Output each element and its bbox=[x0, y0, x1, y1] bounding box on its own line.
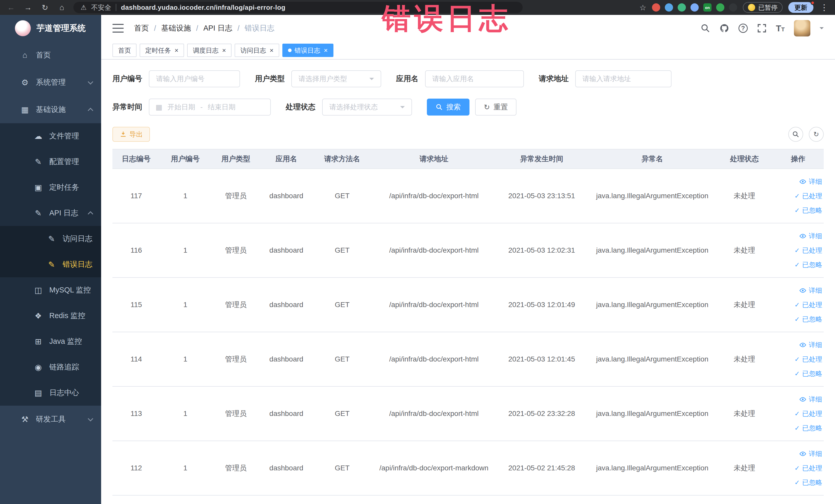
mark-ignored-link[interactable]: ✓已忽略 bbox=[775, 258, 822, 272]
detail-link[interactable]: 详细 bbox=[775, 229, 822, 243]
tab-close-icon[interactable]: × bbox=[222, 47, 226, 54]
avatar-caret-icon[interactable] bbox=[820, 27, 824, 31]
sidebar-item-dev-tools[interactable]: ⚒ 研发工具 bbox=[0, 406, 101, 433]
filter-process-status: 处理状态 请选择处理状态 bbox=[286, 99, 412, 116]
app-logo bbox=[15, 20, 31, 36]
bookmark-star-icon[interactable]: ☆ bbox=[639, 3, 646, 12]
search-toggle-button[interactable] bbox=[788, 127, 803, 142]
detail-link[interactable]: 详细 bbox=[775, 174, 822, 189]
sidebar-item-scheduled-tasks[interactable]: ▣ 定时任务 bbox=[0, 175, 101, 200]
cell-status: 未处理 bbox=[716, 223, 773, 278]
tab-scheduled-tasks[interactable]: 定时任务 × bbox=[140, 44, 184, 57]
tab-label: 访问日志 bbox=[240, 46, 266, 55]
select-placeholder: 请选择用户类型 bbox=[299, 74, 347, 83]
mark-ignored-link[interactable]: ✓已忽略 bbox=[775, 475, 822, 490]
cell-user-type: 管理员 bbox=[210, 332, 261, 386]
breadcrumb-item[interactable]: API 日志 bbox=[203, 23, 232, 33]
extension-icon-plug[interactable] bbox=[729, 3, 737, 12]
browser-menu-icon[interactable]: ⋮ bbox=[819, 3, 829, 12]
extension-icon-vue[interactable] bbox=[678, 3, 686, 12]
forward-icon[interactable]: → bbox=[23, 3, 33, 12]
mark-processed-link[interactable]: ✓已处理 bbox=[775, 189, 822, 203]
home-icon[interactable]: ⌂ bbox=[57, 3, 67, 12]
tab-close-icon[interactable]: × bbox=[175, 47, 178, 54]
mark-ignored-link[interactable]: ✓已忽略 bbox=[775, 366, 822, 381]
breadcrumb-item[interactable]: 首页 bbox=[134, 23, 149, 33]
fullscreen-icon[interactable] bbox=[757, 23, 767, 33]
table-row: 116 1 管理员 dashboard GET /api/infra/db-do… bbox=[113, 223, 824, 278]
user-type-select[interactable]: 请选择用户类型 bbox=[291, 70, 381, 87]
mark-processed-link[interactable]: ✓已处理 bbox=[775, 298, 822, 312]
cell-log-id: 112 bbox=[113, 441, 160, 495]
column-header: 请求方法名 bbox=[312, 149, 373, 169]
user-avatar[interactable] bbox=[794, 20, 810, 37]
paused-badge[interactable]: 已暂停 bbox=[743, 2, 782, 13]
help-icon[interactable]: ? bbox=[738, 24, 748, 33]
select-placeholder: 请选择处理状态 bbox=[329, 102, 378, 112]
active-tab-dot bbox=[288, 48, 291, 52]
detail-link[interactable]: 详细 bbox=[775, 283, 822, 298]
font-size-icon[interactable]: TT bbox=[776, 24, 785, 33]
process-status-select[interactable]: 请选择处理状态 bbox=[322, 99, 412, 116]
mark-ignored-link[interactable]: ✓已忽略 bbox=[775, 421, 822, 435]
cell-app-name: dashboard bbox=[261, 169, 312, 223]
reload-icon[interactable]: ↻ bbox=[40, 3, 50, 12]
tab-schedule-log[interactable]: 调度日志 × bbox=[187, 44, 231, 57]
sidebar-item-infrastructure[interactable]: ▦ 基础设施 bbox=[0, 96, 101, 123]
app-name-input[interactable] bbox=[425, 70, 524, 87]
cell-user-id: 1 bbox=[160, 223, 211, 278]
table-row: 112 1 管理员 dashboard GET /api/infra/db-do… bbox=[113, 441, 824, 495]
user-id-input[interactable] bbox=[149, 70, 240, 87]
date-range-picker[interactable]: ▦ 开始日期 - 结束日期 bbox=[149, 99, 271, 116]
tab-error-log[interactable]: 错误日志 × bbox=[282, 44, 333, 57]
breadcrumb-item[interactable]: 基础设施 bbox=[161, 23, 191, 33]
sidebar-item-log-center[interactable]: ▤ 日志中心 bbox=[0, 380, 101, 406]
export-button[interactable]: 导出 bbox=[113, 127, 150, 142]
cell-actions: 详细 ✓已处理 ✓已忽略 bbox=[772, 441, 824, 495]
sidebar-logo-row[interactable]: 芋道管理系统 bbox=[0, 15, 101, 42]
extension-icon-leaf[interactable] bbox=[716, 3, 725, 12]
tab-label: 定时任务 bbox=[145, 46, 171, 55]
extension-icon-on-badge[interactable]: on bbox=[703, 3, 712, 12]
mark-ignored-link[interactable]: ✓已忽略 bbox=[775, 312, 822, 326]
tab-close-icon[interactable]: × bbox=[324, 47, 328, 54]
sidebar-item-system-management[interactable]: ⚙ 系统管理 bbox=[0, 69, 101, 96]
sidebar-item-file-management[interactable]: ☁ 文件管理 bbox=[0, 123, 101, 149]
tab-close-icon[interactable]: × bbox=[269, 47, 273, 54]
extension-icon-red[interactable] bbox=[652, 3, 660, 12]
detail-link[interactable]: 详细 bbox=[775, 392, 822, 406]
paused-label: 已暂停 bbox=[758, 3, 777, 12]
sidebar-item-mysql-monitor[interactable]: ◫ MySQL 监控 bbox=[0, 277, 101, 303]
detail-link[interactable]: 详细 bbox=[775, 446, 822, 461]
refresh-button[interactable]: ↻ bbox=[809, 127, 824, 142]
sidebar-item-tracing[interactable]: ◉ 链路追踪 bbox=[0, 354, 101, 380]
api-logs-icon: ✎ bbox=[33, 208, 44, 218]
mark-ignored-link[interactable]: ✓已忽略 bbox=[775, 203, 822, 218]
address-bar[interactable]: ⚠ 不安全 dashboard.yudao.iocoder.cn/infra/l… bbox=[74, 2, 523, 13]
hamburger-icon[interactable] bbox=[113, 24, 124, 33]
back-icon[interactable]: ← bbox=[6, 3, 16, 12]
search-button[interactable]: 搜索 bbox=[427, 99, 469, 116]
sidebar-item-home[interactable]: ⌂ 首页 bbox=[0, 42, 101, 69]
detail-link[interactable]: 详细 bbox=[775, 338, 822, 352]
date-separator: - bbox=[200, 103, 203, 111]
mark-processed-link[interactable]: ✓已处理 bbox=[775, 461, 822, 475]
sidebar-item-redis-monitor[interactable]: ❖ Redis 监控 bbox=[0, 303, 101, 329]
request-url-input[interactable] bbox=[575, 70, 672, 87]
mark-processed-link[interactable]: ✓已处理 bbox=[775, 406, 822, 421]
extension-icon-pin[interactable] bbox=[665, 3, 673, 12]
mark-processed-link[interactable]: ✓已处理 bbox=[775, 243, 822, 258]
github-icon[interactable] bbox=[719, 23, 729, 33]
sidebar-item-java-monitor[interactable]: ⊞ Java 监控 bbox=[0, 329, 101, 354]
sidebar-item-access-log[interactable]: ✎ 访问日志 bbox=[0, 226, 101, 251]
extension-icon-puzzle[interactable] bbox=[691, 3, 699, 12]
tab-home[interactable]: 首页 bbox=[113, 44, 137, 57]
reset-button[interactable]: ↻ 重置 bbox=[475, 99, 516, 116]
sidebar-item-error-log[interactable]: ✎ 错误日志 bbox=[0, 251, 101, 277]
sidebar-item-config-management[interactable]: ✎ 配置管理 bbox=[0, 149, 101, 175]
browser-update-button[interactable]: 更新 bbox=[788, 2, 813, 13]
search-icon[interactable] bbox=[700, 23, 710, 33]
sidebar-item-api-logs[interactable]: ✎ API 日志 bbox=[0, 200, 101, 226]
tab-access-log[interactable]: 访问日志 × bbox=[235, 44, 279, 57]
mark-processed-link[interactable]: ✓已处理 bbox=[775, 352, 822, 366]
